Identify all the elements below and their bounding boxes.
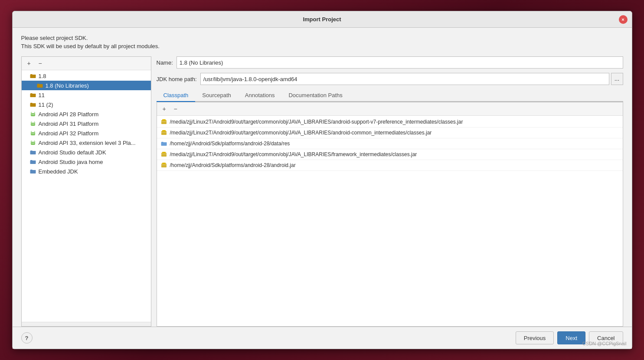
close-button[interactable]: × bbox=[619, 15, 628, 24]
tab-sourcepath[interactable]: Sourcepath bbox=[195, 89, 238, 102]
browse-icon: … bbox=[615, 76, 620, 82]
jdk-path-input[interactable] bbox=[200, 73, 609, 85]
jar-icon bbox=[160, 151, 167, 158]
folder-icon bbox=[29, 101, 36, 108]
help-button[interactable]: ? bbox=[21, 332, 33, 344]
sdk-item-label: Android API 33, extension level 3 Pla... bbox=[39, 140, 136, 146]
svg-rect-29 bbox=[162, 119, 166, 121]
next-button[interactable]: Next bbox=[557, 331, 585, 344]
sdk-item-label: Android Studio default JDK bbox=[39, 149, 106, 156]
svg-rect-32 bbox=[162, 130, 166, 131]
classpath-item-path: /home/zjj/Android/Sdk/platforms/android-… bbox=[170, 141, 290, 147]
android-icon bbox=[29, 120, 36, 127]
svg-point-9 bbox=[33, 122, 34, 123]
folder-icon bbox=[29, 92, 36, 98]
jdk-path-label: JDK home path: bbox=[157, 76, 197, 82]
sdk-list-item-11-2[interactable]: 11 (2) bbox=[22, 100, 151, 109]
sdk-list-item-android-31[interactable]: Android API 31 Platform bbox=[22, 119, 151, 128]
svg-rect-26 bbox=[32, 143, 33, 144]
svg-line-11 bbox=[34, 121, 35, 123]
sdk-list-item-android-studio-java[interactable]: Android Studio java home bbox=[22, 157, 151, 167]
description-line2: This SDK will be used by default by all … bbox=[21, 43, 623, 49]
svg-rect-31 bbox=[161, 131, 167, 135]
svg-point-15 bbox=[31, 132, 32, 133]
svg-line-24 bbox=[31, 141, 32, 142]
classpath-item[interactable]: /media/zjj/Linux2T/Android9/out/target/c… bbox=[157, 149, 623, 160]
tab-annotations[interactable]: Annotations bbox=[238, 89, 282, 102]
tabs-bar: ClasspathSourcepathAnnotationsDocumentat… bbox=[157, 89, 623, 102]
dialog-title: Import Project bbox=[303, 16, 341, 23]
svg-rect-19 bbox=[32, 133, 33, 134]
tab-classpath[interactable]: Classpath bbox=[157, 89, 196, 102]
sdk-list: 1.81.8 (No Libraries)1111 (2)Android API… bbox=[22, 70, 151, 322]
svg-rect-20 bbox=[33, 133, 34, 134]
dialog-footer: ? Previous Next Cancel bbox=[13, 327, 632, 349]
svg-rect-27 bbox=[33, 143, 34, 144]
svg-line-4 bbox=[34, 112, 35, 113]
classpath-item-path: /home/zjj/Android/Sdk/platforms/android-… bbox=[170, 162, 296, 168]
dialog-titlebar: Import Project × bbox=[13, 11, 632, 28]
svg-line-25 bbox=[34, 141, 35, 142]
svg-point-23 bbox=[33, 141, 34, 142]
sdk-item-label: 1.8 (No Libraries) bbox=[46, 82, 89, 89]
add-classpath-button[interactable]: + bbox=[160, 104, 169, 114]
folder-icon bbox=[36, 82, 43, 89]
name-label: Name: bbox=[157, 59, 173, 66]
sdk-toolbar: + − bbox=[22, 57, 151, 70]
android-icon bbox=[29, 111, 36, 118]
name-input[interactable] bbox=[177, 56, 623, 69]
classpath-item[interactable]: /media/zjj/Linux2T/Android9/out/target/c… bbox=[157, 128, 623, 138]
classpath-item[interactable]: /media/zjj/Linux2T/Android9/out/target/c… bbox=[157, 117, 623, 128]
name-field-row: Name: bbox=[157, 56, 623, 69]
remove-sdk-button[interactable]: − bbox=[36, 59, 45, 68]
previous-button[interactable]: Previous bbox=[516, 331, 554, 344]
svg-point-8 bbox=[31, 122, 32, 123]
svg-line-3 bbox=[31, 112, 32, 113]
sdk-item-label: 11 (2) bbox=[39, 101, 53, 108]
svg-line-10 bbox=[31, 121, 32, 123]
svg-rect-14 bbox=[31, 132, 35, 135]
svg-rect-7 bbox=[31, 123, 35, 126]
main-content: + − 1.81.8 (No Libraries)1111 (2)Android… bbox=[21, 56, 623, 327]
sdk-item-label: Embedded JDK bbox=[39, 168, 78, 175]
svg-rect-38 bbox=[162, 163, 166, 164]
classpath-list: /media/zjj/Linux2T/Android9/out/target/c… bbox=[157, 116, 623, 326]
jar-icon bbox=[160, 118, 167, 125]
classpath-item-path: /media/zjj/Linux2T/Android9/out/target/c… bbox=[170, 130, 432, 136]
sdk-list-item-android-32[interactable]: Android API 32 Platform bbox=[22, 128, 151, 138]
dialog-body: Please select project SDK. This SDK will… bbox=[13, 28, 632, 327]
sdk-list-item-1.8[interactable]: 1.8 bbox=[22, 71, 151, 81]
svg-point-2 bbox=[33, 113, 34, 114]
svg-point-22 bbox=[31, 141, 32, 142]
jdk-path-wrap: … bbox=[200, 73, 623, 85]
sdk-list-item-android-33[interactable]: Android API 33, extension level 3 Pla... bbox=[22, 138, 151, 147]
sdk-list-item-android-28[interactable]: Android API 28 Platform bbox=[22, 109, 151, 119]
scrollbar-area bbox=[22, 322, 151, 326]
jar-icon bbox=[160, 162, 167, 169]
tab-doc-paths[interactable]: Documentation Paths bbox=[281, 89, 349, 102]
sdk-item-label: Android API 32 Platform bbox=[39, 130, 99, 137]
svg-rect-21 bbox=[31, 142, 35, 145]
browse-button[interactable]: … bbox=[611, 73, 623, 85]
watermark: CSDN @CCPigSnail bbox=[582, 341, 627, 346]
add-sdk-button[interactable]: + bbox=[24, 59, 34, 68]
sdk-list-item-1.8-no-lib[interactable]: 1.8 (No Libraries) bbox=[22, 81, 151, 90]
sdk-list-item-embedded-jdk[interactable]: Embedded JDK bbox=[22, 167, 151, 176]
classpath-item[interactable]: /home/zjj/Android/Sdk/platforms/android-… bbox=[157, 138, 623, 149]
svg-rect-35 bbox=[162, 152, 166, 153]
sdk-item-label: Android API 28 Platform bbox=[39, 111, 99, 118]
tab-content-panel: + − /media/zjj/Linux2T/Android9/out/targ… bbox=[157, 102, 623, 327]
remove-classpath-button[interactable]: − bbox=[171, 104, 180, 114]
svg-line-18 bbox=[34, 131, 35, 132]
folder-cp-icon bbox=[160, 140, 167, 147]
sdk-item-label: 11 bbox=[39, 92, 45, 98]
jdk-path-field-row: JDK home path: … bbox=[157, 73, 623, 85]
svg-rect-12 bbox=[32, 124, 33, 125]
description-line1: Please select project SDK. bbox=[21, 35, 623, 41]
svg-rect-28 bbox=[161, 120, 167, 124]
import-project-dialog: Import Project × Please select project S… bbox=[12, 11, 632, 349]
classpath-item[interactable]: /home/zjj/Android/Sdk/platforms/android-… bbox=[157, 160, 623, 171]
sdk-item-label: Android Studio java home bbox=[39, 159, 103, 165]
sdk-list-item-android-studio-default[interactable]: Android Studio default JDK bbox=[22, 147, 151, 157]
sdk-list-item-11[interactable]: 11 bbox=[22, 90, 151, 100]
